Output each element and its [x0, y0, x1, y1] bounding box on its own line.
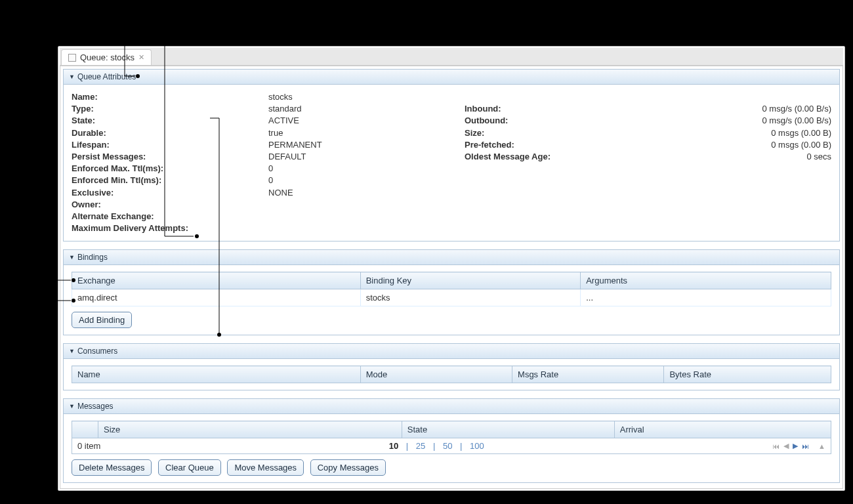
attr-label: Owner: — [72, 199, 268, 211]
attributes-left-column: Name:stocks Type:standard State:ACTIVE D… — [72, 91, 438, 234]
copy-messages-button[interactable]: Copy Messages — [310, 459, 386, 476]
attributes-right-column: Inbound:0 msg/s (0.00 B/s) Outbound:0 ms… — [465, 91, 831, 234]
col-state[interactable]: State — [402, 421, 614, 438]
page-size-25[interactable]: 25 — [413, 441, 428, 451]
table-row[interactable]: amq.direct stocks ... — [72, 289, 831, 306]
pager-next-icon[interactable]: ▶ — [793, 442, 798, 450]
panel-consumers: ▼ Consumers Name Mode Msgs Rate Bytes Ra… — [63, 343, 840, 390]
pager-top-icon[interactable]: ▲ — [818, 442, 825, 450]
attr-label: Exclusive: — [72, 187, 268, 199]
tab-content: ▼ Queue Attributes Name:stocks Type:stan… — [60, 66, 843, 489]
panel-messages: ▼ Messages Size State Arrival 0 item — [63, 398, 840, 483]
attr-value: ACTIVE — [268, 115, 299, 127]
tab-title: Queue: stocks — [80, 52, 135, 62]
pager-prev-icon[interactable]: ◀ — [783, 442, 789, 450]
attr-label: Enforced Min. Ttl(ms): — [72, 175, 268, 186]
move-messages-button[interactable]: Move Messages — [227, 459, 304, 476]
panel-header-messages[interactable]: ▼ Messages — [64, 399, 839, 414]
consumers-table: Name Mode Msgs Rate Bytes Rate — [72, 366, 831, 383]
col-binding-key[interactable]: Binding Key — [360, 272, 581, 289]
clear-queue-button[interactable]: Clear Queue — [158, 459, 221, 476]
queue-detail-window: Queue: stocks ✕ ▼ Queue Attributes Name:… — [58, 46, 845, 491]
chevron-down-icon: ▼ — [69, 254, 75, 261]
attr-label: Inbound: — [465, 103, 661, 115]
panel-title: Messages — [77, 402, 114, 411]
attr-label: Type: — [72, 103, 268, 115]
attr-value: standard — [268, 103, 302, 115]
attr-label: Persist Messages: — [72, 151, 268, 163]
attr-value: DEFAULT — [268, 151, 306, 163]
page-size-10[interactable]: 10 — [386, 441, 401, 451]
panel-title: Consumers — [77, 346, 117, 356]
pager: ⏮ ◀ ▶ ⏭ ▲ — [772, 442, 825, 450]
page-size-selector: 10 | 25 | 50 | 100 — [100, 441, 772, 451]
item-count: 0 item — [77, 441, 100, 451]
col-mode[interactable]: Mode — [360, 366, 512, 383]
attr-value: 0 secs — [661, 151, 831, 163]
attr-label: Size: — [465, 127, 661, 139]
attr-value: 0 msgs (0.00 B) — [661, 139, 831, 151]
col-size[interactable]: Size — [98, 421, 402, 438]
pager-last-icon[interactable]: ⏭ — [802, 442, 809, 450]
chevron-down-icon: ▼ — [69, 403, 75, 410]
attr-value: stocks — [268, 91, 293, 103]
tab-queue-stocks[interactable]: Queue: stocks ✕ — [61, 49, 152, 65]
cell-binding-key: stocks — [360, 289, 581, 306]
delete-messages-button[interactable]: Delete Messages — [72, 459, 152, 476]
attr-label: Durable: — [72, 127, 268, 139]
col-arguments[interactable]: Arguments — [581, 272, 831, 289]
attr-label: Name: — [72, 91, 268, 103]
attr-label: Lifespan: — [72, 139, 268, 151]
cell-arguments: ... — [581, 289, 831, 306]
cell-exchange: amq.direct — [72, 289, 361, 306]
page-size-50[interactable]: 50 — [440, 441, 455, 451]
attr-label: Oldest Message Age: — [465, 151, 661, 163]
panel-bindings: ▼ Bindings Exchange Binding Key Argument… — [63, 249, 840, 335]
messages-table: Size State Arrival — [72, 421, 831, 438]
attr-label: Outbound: — [465, 115, 661, 127]
attr-value: 0 — [268, 163, 273, 175]
chevron-down-icon: ▼ — [69, 348, 75, 354]
col-arrival[interactable]: Arrival — [614, 421, 831, 438]
col-bytes-rate[interactable]: Bytes Rate — [664, 366, 831, 383]
close-icon[interactable]: ✕ — [138, 53, 144, 62]
panel-header-bindings[interactable]: ▼ Bindings — [64, 250, 839, 265]
attr-value: 0 msg/s (0.00 B/s) — [661, 115, 831, 127]
attr-value: 0 msg/s (0.00 B/s) — [661, 103, 831, 115]
chevron-down-icon: ▼ — [69, 74, 75, 80]
col-expand[interactable] — [72, 421, 98, 438]
attr-value: 0 msgs (0.00 B) — [661, 127, 831, 139]
panel-title: Bindings — [77, 253, 108, 262]
page-size-100[interactable]: 100 — [467, 441, 487, 451]
attr-value: 0 — [268, 175, 273, 186]
panel-header-attributes[interactable]: ▼ Queue Attributes — [64, 70, 839, 85]
panel-title: Queue Attributes — [77, 72, 136, 81]
attr-label: Enforced Max. Ttl(ms): — [72, 163, 268, 175]
attr-value: NONE — [268, 187, 293, 199]
attr-value: true — [268, 127, 283, 139]
bindings-table: Exchange Binding Key Arguments amq.direc… — [72, 272, 831, 306]
col-msgs-rate[interactable]: Msgs Rate — [512, 366, 664, 383]
col-exchange[interactable]: Exchange — [72, 272, 361, 289]
tab-bar: Queue: stocks ✕ — [60, 48, 843, 66]
add-binding-button[interactable]: Add Binding — [72, 312, 132, 328]
queue-icon — [68, 54, 76, 62]
pager-first-icon[interactable]: ⏮ — [772, 442, 780, 450]
attr-value: PERMANENT — [268, 139, 322, 151]
col-name[interactable]: Name — [72, 366, 361, 383]
attr-label: Maximum Delivery Attempts: — [72, 222, 268, 234]
attr-label: Pre-fetched: — [465, 139, 661, 151]
attr-label: State: — [72, 115, 268, 127]
panel-queue-attributes: ▼ Queue Attributes Name:stocks Type:stan… — [63, 69, 840, 242]
attr-label: Alternate Exchange: — [72, 211, 268, 222]
panel-header-consumers[interactable]: ▼ Consumers — [64, 344, 839, 359]
messages-toolbar: 0 item 10 | 25 | 50 | 100 ⏮ ◀ ▶ ⏭ — [72, 438, 831, 454]
